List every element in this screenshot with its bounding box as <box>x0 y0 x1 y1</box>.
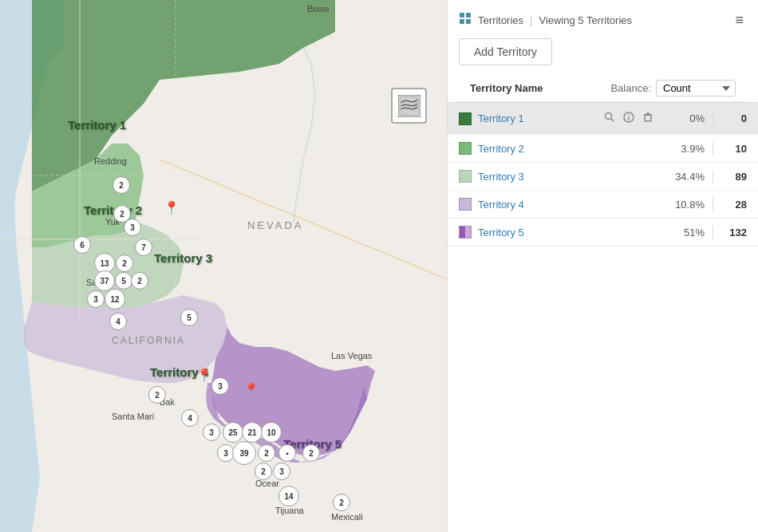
col-name-header: Territory Name <box>470 82 610 94</box>
balance-select[interactable]: Count <box>656 80 736 97</box>
panel-title: Territories <box>478 14 523 26</box>
svg-rect-5 <box>400 97 419 116</box>
color-swatch-1 <box>459 112 472 125</box>
svg-rect-7 <box>460 13 464 18</box>
cluster-2h: 2 <box>302 444 320 462</box>
cluster-7: 7 <box>135 238 152 256</box>
territory-list: Territory 1 i <box>448 103 758 246</box>
territory-row-1[interactable]: Territory 1 i <box>448 103 758 135</box>
cluster-25: 25 <box>223 422 243 443</box>
column-headers: Territory Name Balance: Count <box>459 75 747 102</box>
territory-row-3[interactable]: Territory 3 34.4% 89 <box>448 163 758 191</box>
territory-pct-3: 34.4% <box>663 171 705 183</box>
territory-count-5: 132 <box>721 227 747 238</box>
panel-header: Territories | Viewing 5 Territories ≡ Ad… <box>448 0 758 103</box>
territory-pct-2: 3.9% <box>663 143 705 155</box>
app: Territory 1 Territory 2 Territory 3 Terr… <box>0 0 758 532</box>
cluster-2g: ▪ <box>278 444 296 462</box>
cluster-2i: 2 <box>255 463 272 480</box>
svg-rect-9 <box>460 19 464 24</box>
territory-pct-1: 0% <box>663 112 705 124</box>
territory-pct-4: 10.8% <box>663 199 705 211</box>
cluster-5b: 5 <box>180 309 198 326</box>
cluster-14: 14 <box>278 486 299 506</box>
svg-point-11 <box>606 113 612 120</box>
cluster-10: 10 <box>261 422 282 443</box>
panel-subtitle: Viewing 5 Territories <box>539 14 632 26</box>
col-balance-header: Balance: Count <box>610 80 736 97</box>
cluster-2c: 2 <box>116 254 133 272</box>
svg-text:i: i <box>628 114 630 122</box>
info-icon-1[interactable]: i <box>622 110 636 127</box>
territory-pct-5: 51% <box>663 227 705 238</box>
row-left-3: Territory 3 <box>459 170 663 183</box>
title-separator: | <box>530 14 532 26</box>
add-territory-button[interactable]: Add Territory <box>459 38 552 65</box>
territory-name-5: Territory 5 <box>478 227 524 238</box>
territory-name-2: Territory 2 <box>478 143 524 155</box>
territory-count-3: 89 <box>721 171 747 183</box>
cluster-3b: 3 <box>87 290 105 308</box>
cluster-3d: 3 <box>203 424 220 441</box>
row-left-4: Territory 4 <box>459 198 663 211</box>
cluster-37: 37 <box>94 270 115 291</box>
territory-name-1: Territory 1 <box>478 112 524 124</box>
color-swatch-3 <box>459 170 472 183</box>
territory-count-1: 0 <box>721 112 747 124</box>
panel: Territories | Viewing 5 Territories ≡ Ad… <box>447 0 758 532</box>
row-left-2: Territory 2 <box>459 142 663 155</box>
pin-t4a: 📍 <box>196 368 212 383</box>
cluster-6: 6 <box>73 236 91 254</box>
svg-rect-10 <box>466 19 471 24</box>
cluster-2f: 2 <box>258 444 275 462</box>
cluster-3f: 3 <box>273 463 290 480</box>
row-left-5: Territory 5 <box>459 226 663 238</box>
territory-count-2: 10 <box>721 143 747 155</box>
territory-row-2[interactable]: Territory 2 3.9% 10 <box>448 135 758 163</box>
color-swatch-2 <box>459 142 472 155</box>
panel-title-area: Territories | Viewing 5 Territories <box>459 12 632 28</box>
row-left-1: Territory 1 <box>459 112 602 125</box>
hamburger-button[interactable]: ≡ <box>732 10 747 30</box>
cluster-4a: 4 <box>109 313 127 330</box>
cluster-2e: 2 <box>148 386 166 404</box>
search-icon-1[interactable] <box>602 110 617 127</box>
cluster-21: 21 <box>242 422 263 443</box>
selected-territory-icon <box>391 88 427 124</box>
pin-t2: 📍 <box>164 200 180 215</box>
cluster-2a: 2 <box>113 176 130 194</box>
add-territory-wrapper: Add Territory <box>459 38 747 75</box>
row-actions-1: i <box>602 110 655 127</box>
row-divider-4 <box>713 198 713 211</box>
territory-count-4: 28 <box>721 199 747 211</box>
territory-name-4: Territory 4 <box>478 199 524 211</box>
map-area: Territory 1 Territory 2 Territory 3 Terr… <box>0 0 447 532</box>
cluster-2d: 2 <box>131 272 148 290</box>
pin-t4b: 📍 <box>243 382 259 397</box>
cluster-39: 39 <box>232 441 256 465</box>
row-divider-3 <box>713 170 713 183</box>
cluster-3c: 3 <box>211 377 229 395</box>
color-swatch-5 <box>459 226 472 238</box>
svg-rect-15 <box>645 115 651 121</box>
cluster-12: 12 <box>105 289 125 309</box>
delete-icon-1[interactable] <box>641 110 655 127</box>
row-divider-5 <box>713 226 713 238</box>
balance-label: Balance: <box>610 82 651 94</box>
row-divider-1 <box>713 112 713 125</box>
svg-line-12 <box>611 119 614 122</box>
territory-row-4[interactable]: Territory 4 10.8% 28 <box>448 191 758 219</box>
color-swatch-4 <box>459 198 472 211</box>
cluster-3a: 3 <box>124 219 141 236</box>
territory-name-3: Territory 3 <box>478 171 524 183</box>
territory-row-5[interactable]: Territory 5 51% 132 <box>448 219 758 246</box>
svg-rect-8 <box>466 13 471 18</box>
title-row: Territories | Viewing 5 Territories ≡ <box>459 10 747 30</box>
territories-icon <box>459 12 472 28</box>
row-divider-2 <box>713 142 713 155</box>
cluster-2j: 2 <box>333 494 350 511</box>
cluster-4b: 4 <box>181 409 199 427</box>
cluster-5a: 5 <box>115 272 132 290</box>
